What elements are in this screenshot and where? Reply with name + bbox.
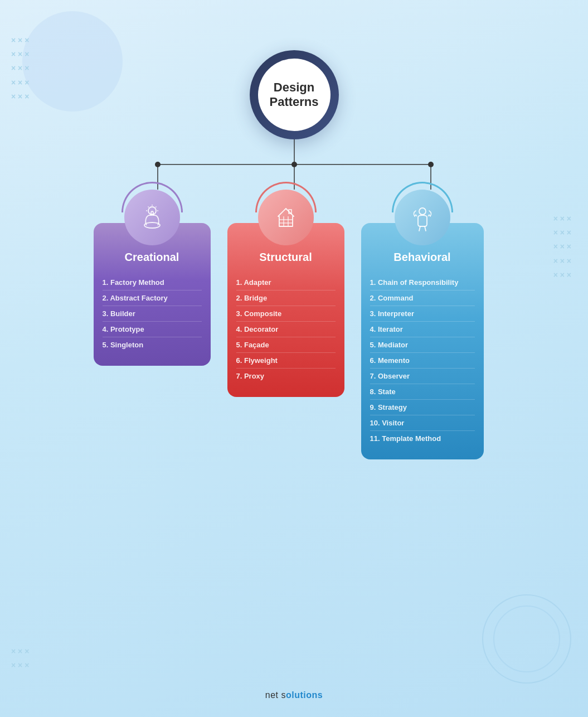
- root-title: DesignPatterns: [269, 80, 318, 110]
- structural-title: Structural: [236, 251, 336, 264]
- list-item: 7. Proxy: [236, 369, 336, 384]
- list-item: 4. Prototype: [103, 322, 202, 337]
- deco-circle-top-left: [22, 11, 123, 112]
- behavioral-card-body: Behavioral 1. Chain of Responsibility 2.…: [361, 251, 484, 446]
- list-item: 5. Façade: [236, 337, 336, 353]
- footer-text-net: net s: [265, 690, 286, 700]
- list-item: 4. Iterator: [370, 322, 475, 337]
- creational-list: 1. Factory Method 2. Abstract Factory 3.…: [103, 275, 202, 352]
- list-item: 1. Chain of Responsibility: [370, 275, 475, 290]
- list-item: 2. Abstract Factory: [103, 290, 202, 306]
- root-circle-inner: DesignPatterns: [258, 59, 331, 131]
- root-circle-outer: DesignPatterns: [250, 50, 339, 139]
- main-container: × × ×× × ×× × ×× × ×× × × × × ×× × × × ×…: [0, 0, 588, 717]
- structural-card: Structural 1. Adapter 2. Bridge 3. Compo…: [227, 223, 344, 397]
- behavioral-list: 1. Chain of Responsibility 2. Command 3.…: [370, 275, 475, 446]
- svg-point-6: [291, 162, 297, 167]
- structural-list: 1. Adapter 2. Bridge 3. Composite 4. Dec…: [236, 275, 336, 384]
- list-item: 5. Mediator: [370, 337, 475, 353]
- creational-title: Creational: [103, 251, 202, 264]
- list-item: 10. Visitor: [370, 415, 475, 431]
- svg-point-8: [144, 222, 160, 228]
- x-marks-middle-right: × × ×× × ×× × ×× × ×× × ×: [553, 212, 571, 282]
- list-item: 9. Strategy: [370, 400, 475, 415]
- structural-card-body: Structural 1. Adapter 2. Bridge 3. Compo…: [227, 251, 344, 384]
- list-item: 2. Command: [370, 290, 475, 306]
- svg-point-7: [428, 162, 434, 167]
- deco-circle-bottom-right: [482, 594, 571, 684]
- list-item: 3. Builder: [103, 306, 202, 322]
- footer: net solutions: [265, 690, 323, 700]
- creational-icon-area: [124, 190, 180, 245]
- svg-line-21: [419, 226, 420, 231]
- behavioral-icon-area: [395, 190, 450, 245]
- list-item: 7. Observer: [370, 369, 475, 384]
- list-item: 4. Decorator: [236, 322, 336, 337]
- list-item: 6. Memento: [370, 353, 475, 369]
- x-marks-bottom-left: × × ×× × ×: [11, 645, 29, 672]
- list-item: 1. Factory Method: [103, 275, 202, 290]
- deco-circle-bottom-right-inner: [493, 605, 560, 672]
- svg-line-22: [425, 226, 426, 231]
- svg-point-5: [155, 162, 161, 167]
- creational-card-body: Creational 1. Factory Method 2. Abstract…: [94, 251, 211, 352]
- list-item: 3. Composite: [236, 306, 336, 322]
- root-node: DesignPatterns: [250, 50, 339, 139]
- creational-card: Creational 1. Factory Method 2. Abstract…: [94, 223, 211, 366]
- footer-text-sol: olutions: [286, 690, 323, 700]
- list-item: 2. Bridge: [236, 290, 336, 306]
- x-marks-top-left: × × ×× × ×× × ×× × ×× × ×: [11, 33, 29, 104]
- cards-row: Creational 1. Factory Method 2. Abstract…: [94, 190, 495, 459]
- list-item: 11. Template Method: [370, 431, 475, 446]
- list-item: 6. Flyweight: [236, 353, 336, 369]
- list-item: 3. Interpreter: [370, 306, 475, 322]
- behavioral-card: Behavioral 1. Chain of Responsibility 2.…: [361, 223, 484, 459]
- list-item: 5. Singleton: [103, 337, 202, 352]
- list-item: 8. State: [370, 384, 475, 400]
- behavioral-title: Behavioral: [370, 251, 475, 264]
- structural-icon-area: [258, 190, 314, 245]
- list-item: 1. Adapter: [236, 275, 336, 290]
